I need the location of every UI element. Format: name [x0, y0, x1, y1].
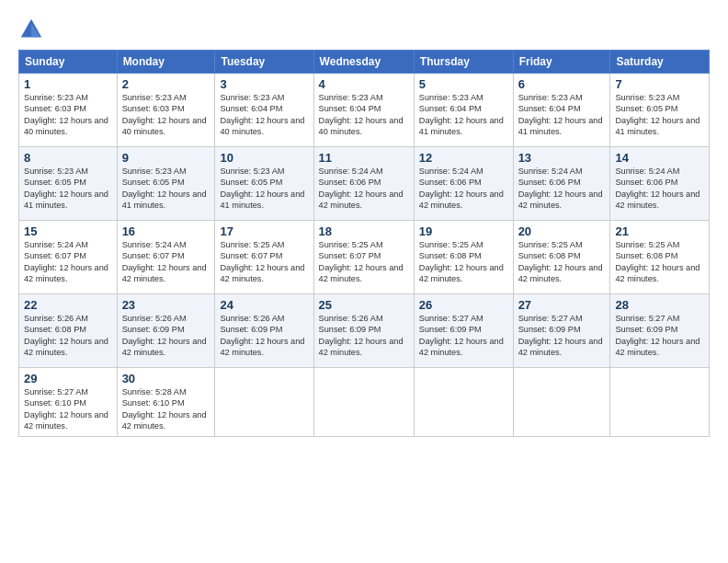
calendar-cell: 9 Sunrise: 5:23 AM Sunset: 6:05 PM Dayli… [117, 147, 215, 221]
day-number: 26 [419, 298, 508, 312]
calendar-week-row: 1 Sunrise: 5:23 AM Sunset: 6:03 PM Dayli… [19, 74, 710, 147]
day-info: Sunrise: 5:27 AM Sunset: 6:09 PM Dayligh… [419, 313, 508, 359]
day-info: Sunrise: 5:24 AM Sunset: 6:06 PM Dayligh… [615, 166, 704, 212]
page: SundayMondayTuesdayWednesdayThursdayFrid… [0, 0, 728, 563]
day-info: Sunrise: 5:27 AM Sunset: 6:09 PM Dayligh… [518, 313, 606, 359]
calendar-cell: 3 Sunrise: 5:23 AM Sunset: 6:04 PM Dayli… [215, 74, 313, 147]
day-number: 27 [518, 298, 606, 312]
calendar-cell: 19 Sunrise: 5:25 AM Sunset: 6:08 PM Dayl… [414, 221, 513, 294]
day-info: Sunrise: 5:25 AM Sunset: 6:07 PM Dayligh… [319, 239, 409, 285]
day-number: 2 [122, 77, 210, 91]
day-info: Sunrise: 5:27 AM Sunset: 6:10 PM Dayligh… [24, 386, 112, 432]
day-info: Sunrise: 5:27 AM Sunset: 6:09 PM Dayligh… [615, 313, 704, 359]
calendar-week-row: 15 Sunrise: 5:24 AM Sunset: 6:07 PM Dayl… [19, 221, 710, 294]
calendar-cell: 22 Sunrise: 5:26 AM Sunset: 6:08 PM Dayl… [19, 294, 118, 368]
day-info: Sunrise: 5:23 AM Sunset: 6:04 PM Dayligh… [518, 92, 606, 138]
day-number: 12 [419, 151, 508, 165]
day-number: 8 [24, 151, 112, 165]
day-number: 19 [419, 224, 508, 238]
day-number: 15 [24, 224, 112, 238]
day-info: Sunrise: 5:26 AM Sunset: 6:08 PM Dayligh… [24, 313, 112, 359]
calendar-cell: 29 Sunrise: 5:27 AM Sunset: 6:10 PM Dayl… [19, 368, 118, 437]
calendar-cell: 25 Sunrise: 5:26 AM Sunset: 6:09 PM Dayl… [313, 294, 414, 368]
day-info: Sunrise: 5:23 AM Sunset: 6:03 PM Dayligh… [122, 92, 210, 138]
day-number: 17 [220, 224, 308, 238]
day-info: Sunrise: 5:24 AM Sunset: 6:07 PM Dayligh… [24, 239, 112, 285]
day-number: 14 [615, 151, 704, 165]
calendar-header-row: SundayMondayTuesdayWednesdayThursdayFrid… [19, 51, 710, 74]
day-info: Sunrise: 5:23 AM Sunset: 6:05 PM Dayligh… [220, 166, 308, 212]
day-info: Sunrise: 5:25 AM Sunset: 6:08 PM Dayligh… [615, 239, 704, 285]
day-info: Sunrise: 5:25 AM Sunset: 6:07 PM Dayligh… [220, 239, 308, 285]
day-info: Sunrise: 5:26 AM Sunset: 6:09 PM Dayligh… [122, 313, 210, 359]
day-number: 10 [220, 151, 308, 165]
calendar-cell: 27 Sunrise: 5:27 AM Sunset: 6:09 PM Dayl… [513, 294, 610, 368]
day-info: Sunrise: 5:24 AM Sunset: 6:06 PM Dayligh… [319, 166, 409, 212]
day-number: 1 [24, 77, 112, 91]
day-number: 22 [24, 298, 112, 312]
calendar-cell: 10 Sunrise: 5:23 AM Sunset: 6:05 PM Dayl… [215, 147, 313, 221]
day-number: 9 [122, 151, 210, 165]
calendar-cell: 15 Sunrise: 5:24 AM Sunset: 6:07 PM Dayl… [19, 221, 118, 294]
calendar-cell: 18 Sunrise: 5:25 AM Sunset: 6:07 PM Dayl… [313, 221, 414, 294]
calendar-cell: 26 Sunrise: 5:27 AM Sunset: 6:09 PM Dayl… [414, 294, 513, 368]
calendar-cell: 12 Sunrise: 5:24 AM Sunset: 6:06 PM Dayl… [414, 147, 513, 221]
day-info: Sunrise: 5:26 AM Sunset: 6:09 PM Dayligh… [319, 313, 409, 359]
calendar-cell: 30 Sunrise: 5:28 AM Sunset: 6:10 PM Dayl… [117, 368, 215, 437]
calendar-week-row: 8 Sunrise: 5:23 AM Sunset: 6:05 PM Dayli… [19, 147, 710, 221]
calendar-cell: 23 Sunrise: 5:26 AM Sunset: 6:09 PM Dayl… [117, 294, 215, 368]
day-header: Friday [513, 51, 610, 74]
logo [18, 17, 48, 42]
calendar-cell: 14 Sunrise: 5:24 AM Sunset: 6:06 PM Dayl… [610, 147, 710, 221]
day-number: 16 [122, 224, 210, 238]
calendar-cell: 28 Sunrise: 5:27 AM Sunset: 6:09 PM Dayl… [610, 294, 710, 368]
day-number: 25 [319, 298, 409, 312]
day-number: 23 [122, 298, 210, 312]
calendar-cell [313, 368, 414, 437]
day-number: 7 [615, 77, 704, 91]
day-number: 28 [615, 298, 704, 312]
day-info: Sunrise: 5:23 AM Sunset: 6:05 PM Dayligh… [122, 166, 210, 212]
day-header: Wednesday [313, 51, 414, 74]
day-header: Monday [117, 51, 215, 74]
day-info: Sunrise: 5:25 AM Sunset: 6:08 PM Dayligh… [419, 239, 508, 285]
day-info: Sunrise: 5:23 AM Sunset: 6:04 PM Dayligh… [319, 92, 409, 138]
day-number: 20 [518, 224, 606, 238]
calendar-cell: 6 Sunrise: 5:23 AM Sunset: 6:04 PM Dayli… [513, 74, 610, 147]
calendar-week-row: 22 Sunrise: 5:26 AM Sunset: 6:08 PM Dayl… [19, 294, 710, 368]
logo-icon [18, 17, 44, 42]
day-number: 3 [220, 77, 308, 91]
day-number: 21 [615, 224, 704, 238]
calendar-cell [513, 368, 610, 437]
day-number: 13 [518, 151, 606, 165]
day-info: Sunrise: 5:24 AM Sunset: 6:07 PM Dayligh… [122, 239, 210, 285]
calendar-cell: 17 Sunrise: 5:25 AM Sunset: 6:07 PM Dayl… [215, 221, 313, 294]
calendar-cell: 5 Sunrise: 5:23 AM Sunset: 6:04 PM Dayli… [414, 74, 513, 147]
calendar-cell [414, 368, 513, 437]
day-info: Sunrise: 5:24 AM Sunset: 6:06 PM Dayligh… [419, 166, 508, 212]
calendar-cell: 16 Sunrise: 5:24 AM Sunset: 6:07 PM Dayl… [117, 221, 215, 294]
calendar-cell: 4 Sunrise: 5:23 AM Sunset: 6:04 PM Dayli… [313, 74, 414, 147]
calendar-cell [610, 368, 710, 437]
day-number: 11 [319, 151, 409, 165]
calendar: SundayMondayTuesdayWednesdayThursdayFrid… [18, 50, 710, 437]
day-info: Sunrise: 5:23 AM Sunset: 6:04 PM Dayligh… [419, 92, 508, 138]
day-number: 4 [319, 77, 409, 91]
calendar-cell: 21 Sunrise: 5:25 AM Sunset: 6:08 PM Dayl… [610, 221, 710, 294]
calendar-week-row: 29 Sunrise: 5:27 AM Sunset: 6:10 PM Dayl… [19, 368, 710, 437]
day-number: 29 [24, 372, 112, 385]
day-info: Sunrise: 5:23 AM Sunset: 6:03 PM Dayligh… [24, 92, 112, 138]
calendar-cell: 2 Sunrise: 5:23 AM Sunset: 6:03 PM Dayli… [117, 74, 215, 147]
day-number: 24 [220, 298, 308, 312]
calendar-cell: 13 Sunrise: 5:24 AM Sunset: 6:06 PM Dayl… [513, 147, 610, 221]
header [18, 17, 710, 42]
day-info: Sunrise: 5:28 AM Sunset: 6:10 PM Dayligh… [122, 386, 210, 432]
day-header: Tuesday [215, 51, 313, 74]
day-number: 6 [518, 77, 606, 91]
day-info: Sunrise: 5:24 AM Sunset: 6:06 PM Dayligh… [518, 166, 606, 212]
day-header: Saturday [610, 51, 710, 74]
day-info: Sunrise: 5:23 AM Sunset: 6:04 PM Dayligh… [220, 92, 308, 138]
day-info: Sunrise: 5:23 AM Sunset: 6:05 PM Dayligh… [24, 166, 112, 212]
calendar-cell: 8 Sunrise: 5:23 AM Sunset: 6:05 PM Dayli… [19, 147, 118, 221]
day-number: 5 [419, 77, 508, 91]
